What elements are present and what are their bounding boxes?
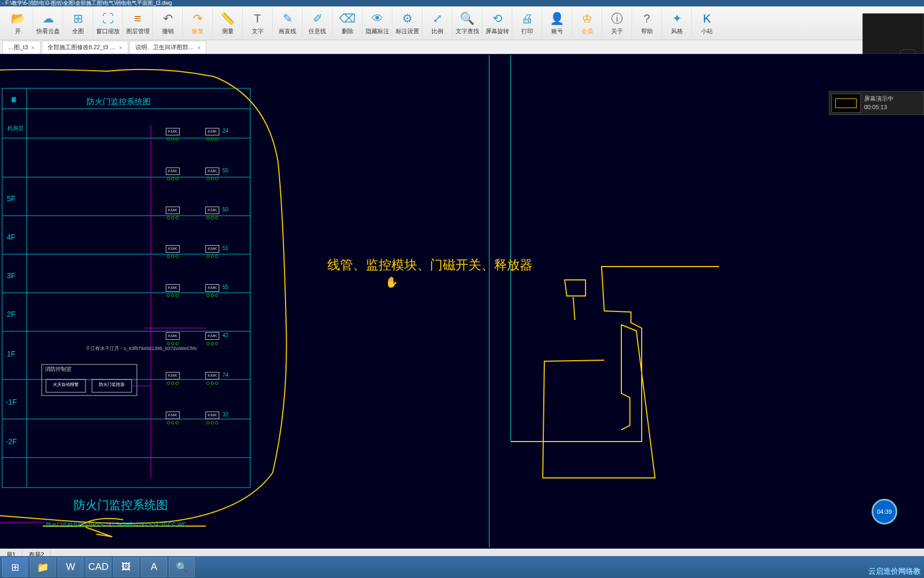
kmk-module: KMK: [205, 412, 219, 419]
tool-帮助[interactable]: ?帮助: [632, 9, 662, 37]
tool-关于[interactable]: ⓘ关于: [602, 9, 632, 37]
terminal-icon: [171, 138, 174, 141]
close-icon[interactable]: ×: [119, 44, 122, 51]
floor-label: 5F: [3, 194, 19, 205]
terminal-icon: [215, 216, 218, 219]
terminal-icon: [211, 255, 214, 258]
wire-note: 防火门监控总线:NHRVS-2×1.5+NHBV-2×2.5 SC20 CC W…: [46, 521, 186, 529]
floor-label: -2F: [3, 437, 19, 448]
文字查找-icon: 🔍: [460, 11, 475, 26]
tool-任意线[interactable]: ✐任意线: [303, 9, 333, 37]
tool-会员[interactable]: ♔会员: [572, 9, 602, 37]
terminal-icon: [206, 382, 210, 385]
floor-label: 3F: [3, 271, 19, 282]
close-icon[interactable]: ×: [197, 44, 201, 51]
标注设置-icon: ⚙: [400, 11, 415, 26]
terminal-icon: [175, 294, 179, 297]
kmk-module: KMK: [205, 168, 219, 175]
cad-canvas[interactable]: 防火门监控系统图 设备层 机房层 5F4F3F2F1F-1F-2F KMKKMK…: [0, 54, 924, 549]
tool-文字[interactable]: T文字: [243, 9, 273, 37]
tool-窗口缩放[interactable]: ⛶窗口缩放: [93, 9, 123, 37]
doc-tab[interactable]: 说明、卫生间详图部… ×: [129, 41, 206, 54]
快看云盘-icon: ☁: [41, 11, 56, 26]
nav-panel: [863, 13, 924, 54]
tool-比例[interactable]: ⤢比例: [422, 9, 452, 37]
hand-cursor-icon: ✋: [385, 276, 398, 288]
tool-小站[interactable]: K小站: [692, 9, 722, 37]
terminal-icon: [211, 342, 214, 345]
terminal-icon: [206, 177, 210, 180]
terminal-icon: [211, 421, 214, 424]
terminal-icon: [171, 216, 174, 219]
screen-recording-badge[interactable]: 屏幕演示中 00:05:13: [829, 91, 924, 115]
恢复-icon: ↷: [190, 11, 205, 26]
cad-drawing: [0, 54, 924, 549]
floor-label: 2F: [3, 310, 19, 321]
tool-全图[interactable]: ⊞全图: [63, 9, 93, 37]
terminal-icon: [167, 255, 170, 258]
taskbar-app[interactable]: 🖼: [113, 558, 139, 577]
开-icon: 📂: [11, 11, 26, 26]
kmk-module: KMK: [166, 207, 180, 214]
kmk-module: KMK: [205, 128, 219, 135]
terminal-icon: [175, 255, 179, 258]
tool-账号[interactable]: 👤账号: [542, 9, 572, 37]
terminal-icon: [215, 382, 218, 385]
count-label: 50: [222, 207, 228, 212]
terminal-icon: [167, 138, 170, 141]
panel-box-2: 防火门监控器: [93, 382, 130, 387]
tool-快看云盘[interactable]: ☁快看云盘: [33, 9, 63, 37]
terminal-icon: [171, 421, 174, 424]
terminal-icon: [206, 255, 210, 258]
count-label: 51: [222, 245, 228, 251]
terminal-icon: [211, 138, 214, 141]
tool-图层管理[interactable]: ≡图层管理: [123, 9, 153, 37]
record-info: 屏幕演示中 00:05:13: [864, 95, 894, 111]
tool-恢复[interactable]: ↷恢复: [183, 9, 213, 37]
terminal-icon: [215, 342, 218, 345]
document-tabs: …图_t3×全部施工图修改8.22_t3 …×说明、卫生间详图部… ×: [0, 40, 924, 54]
taskbar-app[interactable]: 🔍: [169, 558, 195, 577]
taskbar-app[interactable]: ⊞: [2, 558, 28, 577]
任意线-icon: ✐: [310, 11, 325, 26]
terminal-icon: [167, 294, 170, 297]
tool-画直线[interactable]: ✎画直线: [273, 9, 303, 37]
taskbar-app[interactable]: CAD: [86, 558, 111, 577]
kmk-module: KMK: [205, 372, 219, 379]
count-label: 32: [222, 412, 228, 417]
count-label: 24: [222, 128, 228, 134]
watermark: 千江有水千江月 - u_63f5794501395_9372uIWeChN: [86, 345, 196, 352]
count-label: 55: [222, 168, 228, 173]
terminal-icon: [206, 294, 210, 297]
tool-风格[interactable]: ✦风格: [662, 9, 692, 37]
tool-屏幕旋转[interactable]: ⟲屏幕旋转: [482, 9, 512, 37]
timestamp-float-button[interactable]: 04:39: [872, 499, 897, 524]
画直线-icon: ✎: [280, 11, 295, 26]
terminal-icon: [211, 382, 214, 385]
terminal-icon: [206, 342, 210, 345]
kmk-module: KMK: [205, 245, 219, 253]
tool-测量[interactable]: 📏测量: [213, 9, 243, 37]
tool-删除[interactable]: ⌫删除: [333, 9, 363, 37]
账号-icon: 👤: [550, 11, 565, 26]
tool-开[interactable]: 📂开: [3, 9, 33, 37]
tool-撤销[interactable]: ↶撤销: [153, 9, 183, 37]
panel-box-1: 火灾自动报警: [47, 382, 84, 387]
tool-标注设置[interactable]: ⚙标注设置: [392, 9, 422, 37]
terminal-icon: [171, 294, 174, 297]
close-icon[interactable]: ×: [31, 44, 34, 51]
kmk-module: KMK: [205, 332, 219, 340]
terminal-icon: [175, 138, 179, 141]
taskbar-app[interactable]: 📁: [30, 558, 56, 577]
taskbar-app[interactable]: W: [58, 558, 83, 577]
tool-隐藏标注[interactable]: 👁隐藏标注: [363, 9, 392, 37]
kmk-module: KMK: [166, 332, 180, 340]
doc-tab[interactable]: 全部施工图修改8.22_t3 …×: [42, 41, 128, 54]
doc-tab[interactable]: …图_t3×: [2, 41, 41, 54]
taskbar-app[interactable]: A: [141, 558, 167, 577]
count-label: 55: [222, 284, 228, 290]
tool-打印[interactable]: 🖨打印: [512, 9, 542, 37]
tool-文字查找[interactable]: 🔍文字查找: [452, 9, 482, 37]
terminal-icon: [211, 294, 214, 297]
会员-icon: ♔: [580, 11, 595, 26]
